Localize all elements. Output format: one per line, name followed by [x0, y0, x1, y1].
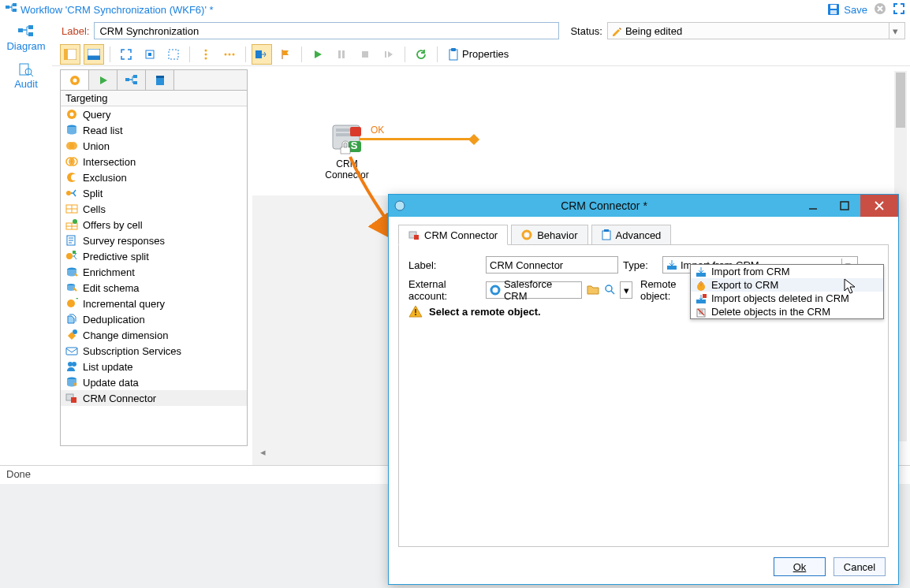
tab-behavior[interactable]: Behavior — [511, 225, 587, 245]
svg-point-20 — [205, 53, 207, 55]
ok-button[interactable]: Ok — [774, 557, 826, 576]
svg-point-82 — [491, 286, 499, 294]
toolbar-properties[interactable]: Properties — [448, 48, 509, 61]
svg-point-21 — [205, 57, 207, 59]
import-icon — [666, 259, 677, 270]
palette-item[interactable]: Query — [61, 106, 247, 122]
svg-rect-79 — [602, 231, 610, 240]
palette-tab-targeting[interactable] — [61, 70, 89, 90]
scroll-thumb[interactable] — [896, 73, 905, 128]
dropdown-option[interactable]: Import objects deleted in CRM — [691, 292, 883, 305]
palette-item[interactable]: Offers by cell — [61, 217, 247, 233]
svg-point-51 — [73, 219, 77, 224]
cancel-icon[interactable] — [874, 2, 886, 17]
palette-tab-actions[interactable] — [117, 70, 146, 90]
palette-item[interactable]: Split — [61, 185, 247, 201]
toolbar-zoom-region[interactable] — [163, 44, 184, 65]
dlg-label-caption: Label: — [408, 259, 481, 271]
status-select[interactable]: Being edited ▾ — [607, 22, 905, 39]
palette-item[interactable]: Edit schema — [61, 280, 247, 296]
leftnav-diagram[interactable]: Diagram — [0, 19, 52, 57]
fullscreen-icon[interactable] — [893, 2, 905, 17]
canvas-edge-label: OK — [371, 125, 384, 136]
cancel-button[interactable]: Cancel — [834, 557, 886, 576]
palette-item-label: Cells — [83, 203, 106, 215]
dlg-warning-text: Select a remote object. — [429, 306, 541, 318]
window-minimize[interactable] — [797, 195, 829, 217]
canvas-edge[interactable] — [360, 138, 470, 140]
palette-item[interactable]: Enrichment — [61, 264, 247, 280]
svg-rect-1 — [13, 3, 17, 6]
clipboard-icon — [602, 229, 611, 240]
ext-dropdown[interactable]: ▾ — [620, 281, 632, 299]
svg-rect-13 — [64, 49, 68, 60]
svg-rect-26 — [338, 50, 341, 58]
dlg-label-input[interactable] — [486, 256, 618, 274]
chevron-down-icon[interactable]: ▾ — [889, 23, 901, 39]
toolbar-panel-bottom[interactable] — [84, 44, 104, 65]
toolbar-step-over[interactable] — [252, 44, 272, 65]
svg-rect-34 — [125, 78, 129, 81]
workflow-label-input[interactable] — [94, 22, 559, 39]
toolbar-flag[interactable] — [275, 44, 296, 65]
palette-tab-flow[interactable] — [89, 70, 117, 90]
toolbar-panel-left[interactable] — [60, 44, 80, 65]
dropdown-option-label: Import objects deleted in CRM — [711, 292, 849, 304]
canvas-hscroll-left[interactable]: ◂ — [257, 446, 268, 457]
svg-point-19 — [205, 49, 207, 51]
palette-item[interactable]: Union — [61, 138, 247, 154]
palette-item[interactable]: Cells — [61, 201, 247, 217]
toolbar-align-v[interactable] — [196, 44, 216, 65]
dropdown-option[interactable]: Import from CRM — [691, 265, 883, 278]
leftnav-audit-label: Audit — [14, 78, 38, 90]
save-button[interactable]: Save — [827, 3, 867, 16]
window-close[interactable] — [860, 195, 898, 217]
palette-item[interactable]: Subscription Services — [61, 343, 247, 359]
palette-item[interactable]: CRM Connector — [61, 390, 247, 406]
palette-item-label: Split — [83, 188, 103, 199]
folder-icon[interactable] — [587, 284, 599, 297]
dropdown-option[interactable]: Export to CRM — [691, 278, 883, 292]
leftnav-audit[interactable]: Audit — [0, 57, 52, 95]
toolbar-step[interactable] — [379, 44, 399, 65]
palette-item-label: Offers by cell — [83, 219, 143, 231]
tab-crm-connector[interactable]: CRM Connector — [398, 225, 508, 245]
tab-advanced[interactable]: Advanced — [591, 225, 672, 245]
svg-rect-88 — [696, 300, 706, 303]
toolbar-stop[interactable] — [355, 44, 375, 65]
dlg-ext-select[interactable]: Salesforce CRM — [486, 281, 582, 299]
toolbar-fit[interactable] — [116, 44, 136, 65]
palette-item[interactable]: Exclusion — [61, 169, 247, 185]
palette-item[interactable]: +Incremental query — [61, 296, 247, 311]
svg-rect-28 — [362, 51, 368, 58]
toolbar-zoom-actual[interactable] — [140, 44, 160, 65]
palette-item-label: Subscription Services — [83, 345, 181, 357]
svg-rect-38 — [156, 76, 164, 78]
palette-item[interactable]: Deduplication — [61, 311, 247, 327]
svg-rect-25 — [255, 50, 262, 58]
dropdown-option[interactable]: Delete objects in the CRM — [691, 305, 883, 318]
svg-rect-36 — [133, 81, 137, 84]
search-icon[interactable] — [604, 284, 615, 297]
palette-item[interactable]: Intersection — [61, 154, 247, 169]
palette-item[interactable]: Change dimension — [61, 327, 247, 343]
svg-rect-54 — [73, 251, 76, 254]
svg-point-57 — [67, 300, 75, 307]
gear-icon — [521, 229, 532, 240]
palette-item[interactable]: Update data — [61, 374, 247, 390]
window-maximize[interactable] — [829, 195, 860, 217]
palette-tab-events[interactable] — [146, 70, 174, 90]
toolbar-align-h[interactable] — [219, 44, 240, 65]
palette-item[interactable]: Predictive split — [61, 248, 247, 264]
toolbar-refresh[interactable] — [411, 44, 431, 65]
svg-text:S: S — [351, 140, 358, 151]
palette-item-label: Update data — [83, 377, 139, 389]
save-label: Save — [844, 4, 867, 16]
palette-item[interactable]: List update — [61, 359, 247, 374]
toolbar-play[interactable] — [308, 44, 328, 65]
palette-item[interactable]: Survey responses — [61, 233, 247, 248]
svg-point-43 — [69, 142, 77, 150]
palette-item-label: Deduplication — [83, 314, 145, 326]
toolbar-pause[interactable] — [331, 44, 352, 65]
palette-item[interactable]: Read list — [61, 122, 247, 138]
